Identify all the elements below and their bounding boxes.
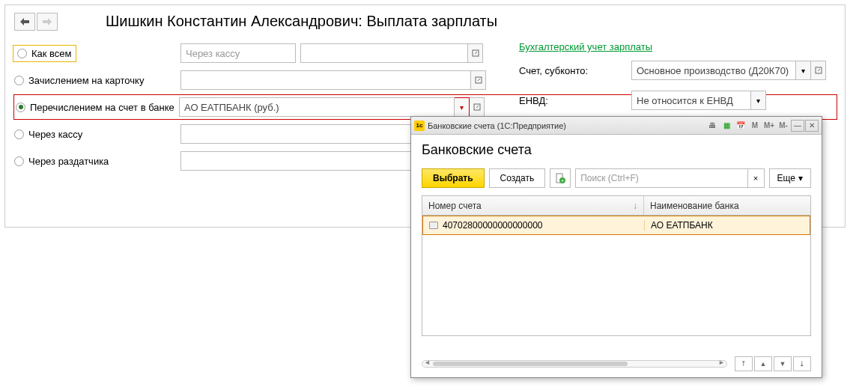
right-row-account: Счет, субконто: Основное производство (Д… (519, 58, 826, 82)
scroll-bottom-button[interactable]: ⤓ (793, 356, 811, 371)
refresh-button[interactable]: + (550, 168, 571, 188)
select-button[interactable]: Выбрать (422, 168, 485, 188)
scroll-top-button[interactable]: ⤒ (735, 356, 753, 371)
dropdown-button[interactable]: ▾ (751, 91, 766, 110)
dialog-heading: Банковские счета (422, 142, 811, 158)
search-clear-button[interactable]: × (748, 168, 765, 188)
cell-bank: АО ЕАТПБАНК (645, 220, 810, 231)
radio-distributor[interactable] (14, 156, 24, 166)
open-icon (815, 67, 822, 74)
open-button[interactable] (468, 43, 483, 63)
table-row[interactable]: 40702800000000000000 АО ЕАТПБАНК (422, 216, 810, 235)
bank-accounts-dialog: 1c Банковские счета (1С:Предприятие) 🖶 ▦… (410, 116, 822, 378)
close-button[interactable]: ✕ (805, 120, 819, 132)
radio-label: Перечислением на счет в банке (30, 102, 174, 113)
col-bank[interactable]: Наименование банка (644, 196, 810, 215)
calc-icon[interactable]: ▦ (720, 120, 733, 132)
page-plus-icon: + (555, 173, 565, 183)
radio-cell: Через кассу (14, 129, 180, 140)
minimize-button[interactable]: — (791, 120, 804, 132)
open-icon (472, 49, 479, 57)
dropdown-button[interactable]: ▾ (455, 97, 470, 117)
chevron-down-icon: ▾ (756, 97, 760, 105)
more-button[interactable]: Еще ▾ (769, 168, 811, 188)
scroll-up-button[interactable]: ▲ (754, 356, 772, 371)
radio-card[interactable] (14, 76, 24, 85)
input-row1[interactable] (180, 70, 471, 90)
sort-indicator-icon: ↓ (633, 201, 637, 211)
field-group: АО ЕАТПБАНК (руб.) ▾ (179, 97, 485, 117)
radio-label: Через кассу (28, 129, 82, 140)
dialog-footer: ⤒ ▲ ▼ ⤓ (422, 356, 811, 371)
open-icon (473, 103, 481, 111)
table-body: 40702800000000000000 АО ЕАТПБАНК (422, 216, 810, 335)
right-row-envd: ЕНВД: Не относится к ЕНВД ▾ (519, 88, 826, 112)
search-input[interactable]: Поиск (Ctrl+F) (575, 168, 747, 188)
accounting-link[interactable]: Бухгалтерский учет зарплаты (519, 41, 826, 52)
cell-account: 40702800000000000000 (443, 220, 542, 231)
account-label: Счет, субконто: (519, 65, 631, 76)
memory-m[interactable]: M (748, 120, 762, 132)
envd-label: ЕНВД: (519, 95, 631, 106)
arrow-left-icon (20, 18, 29, 25)
nav-forward-button[interactable] (37, 13, 58, 31)
svg-text:+: + (561, 178, 564, 183)
col-account[interactable]: Номер счета ↓ (422, 196, 644, 215)
chevron-down-icon: ▾ (460, 103, 464, 112)
footer-nav-buttons: ⤒ ▲ ▼ ⤓ (735, 356, 811, 371)
field-group (180, 70, 486, 90)
calendar-icon[interactable]: 📅 (734, 120, 747, 132)
input-row0-a[interactable]: Через кассу (180, 43, 296, 63)
logo-1c-icon: 1c (414, 121, 425, 131)
radio-cell: Через раздатчика (14, 156, 180, 167)
dialog-toolbar: Выбрать Создать + Поиск (Ctrl+F) × Еще ▾ (422, 168, 811, 188)
input-row0-b[interactable] (300, 43, 468, 63)
radio-cell: Как всем (14, 46, 180, 61)
document-icon (429, 222, 438, 229)
nav-buttons (14, 13, 58, 31)
radio-cash[interactable] (14, 130, 24, 139)
radio-cell: Зачислением на карточку (14, 75, 180, 86)
memory-mplus[interactable]: M+ (762, 120, 776, 132)
radio-label: Как всем (31, 48, 72, 59)
field-group: Через кассу (180, 43, 296, 63)
dialog-body: Банковские счета Выбрать Создать + Поиск… (411, 135, 822, 344)
dialog-title: Банковские счета (1С:Предприятие) (428, 121, 705, 130)
dropdown-button[interactable]: ▾ (796, 61, 811, 80)
envd-field[interactable]: Не относится к ЕНВД (631, 91, 751, 110)
horizontal-scrollbar[interactable] (422, 360, 727, 368)
open-button[interactable] (470, 97, 485, 117)
page-title: Шишкин Константин Александрович: Выплата… (106, 13, 497, 30)
chevron-down-icon: ▾ (801, 67, 805, 75)
radio-label: Зачислением на карточку (28, 75, 144, 86)
field-group: Основное производство (Д20К70) ▾ (631, 61, 826, 80)
more-label: Еще (777, 173, 795, 183)
field-group (300, 43, 483, 63)
open-icon (475, 76, 482, 84)
scroll-thumb[interactable] (433, 362, 628, 366)
memory-mminus[interactable]: M- (777, 120, 790, 132)
accounts-table: Номер счета ↓ Наименование банка 4070280… (422, 195, 811, 336)
open-button[interactable] (471, 70, 486, 90)
input-bank-account[interactable]: АО ЕАТПБАНК (руб.) (179, 97, 455, 117)
dialog-titlebar[interactable]: 1c Банковские счета (1С:Предприятие) 🖶 ▦… (411, 117, 822, 135)
radio-cell: Перечислением на счет в банке (16, 102, 179, 113)
right-section: Бухгалтерский учет зарплаты Счет, субкон… (519, 41, 826, 115)
radio-as-all[interactable] (17, 49, 27, 58)
open-button[interactable] (811, 61, 826, 80)
table-header: Номер счета ↓ Наименование банка (422, 196, 810, 216)
scroll-down-button[interactable]: ▼ (774, 356, 792, 371)
arrow-right-icon (43, 18, 52, 25)
nav-back-button[interactable] (14, 13, 35, 31)
col-label: Номер счета (428, 201, 482, 211)
radio-bank[interactable] (16, 103, 25, 112)
create-button[interactable]: Создать (489, 168, 546, 188)
account-field[interactable]: Основное производство (Д20К70) (631, 61, 796, 80)
search-box: Поиск (Ctrl+F) × (575, 168, 764, 188)
radio-label: Через раздатчика (28, 156, 109, 167)
chevron-down-icon: ▾ (798, 173, 803, 183)
titlebar-icons: 🖶 ▦ 📅 M M+ M- — ✕ (705, 120, 819, 132)
print-icon[interactable]: 🖶 (705, 120, 719, 132)
field-group: Не относится к ЕНВД ▾ (631, 91, 766, 110)
